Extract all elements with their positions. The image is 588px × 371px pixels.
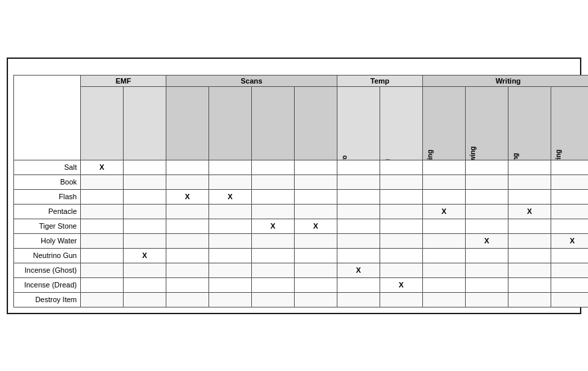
row-label-7: Incense (Ghost) bbox=[14, 263, 81, 277]
row-label-2: Flash bbox=[14, 189, 81, 204]
x-mark: X bbox=[228, 193, 233, 201]
cell-r5-c2 bbox=[166, 233, 209, 248]
cell-r6-c0 bbox=[81, 248, 124, 263]
cell-r8-c10 bbox=[508, 277, 551, 292]
col-header-4: 9P_ 350 bbox=[252, 86, 295, 160]
table-row: SaltX bbox=[14, 160, 589, 174]
table-row: Tiger StoneXX bbox=[14, 219, 589, 233]
col-header-2: 9P_NONE bbox=[166, 86, 209, 160]
cell-r5-c0 bbox=[81, 233, 124, 248]
cell-r2-c0 bbox=[81, 189, 124, 204]
x-mark: X bbox=[484, 237, 489, 245]
cell-r8-c1 bbox=[124, 277, 166, 292]
cell-r4-c1 bbox=[124, 219, 166, 233]
col-label-7: Temp:Neg bbox=[384, 121, 391, 160]
cell-r5-c4 bbox=[252, 233, 295, 248]
row-label-1: Book bbox=[14, 174, 81, 189]
cell-r9-c7 bbox=[380, 292, 423, 307]
col-header-1: EMF 5 bbox=[124, 86, 166, 160]
cell-r6-c7 bbox=[380, 248, 423, 263]
cell-r4-c4: X bbox=[252, 219, 295, 233]
col-label-3: 1N_L120 bbox=[212, 121, 220, 160]
cell-r5-c8 bbox=[423, 233, 466, 248]
cell-r6-c4 bbox=[252, 248, 295, 263]
x-mark: X bbox=[527, 207, 532, 215]
cell-r1-c3 bbox=[209, 174, 252, 189]
cell-r6-c9 bbox=[466, 248, 508, 263]
col-label-0: EMF 3/4 bbox=[84, 121, 92, 160]
table-row: Incense (Dread)X bbox=[14, 277, 589, 292]
cell-r2-c9 bbox=[466, 189, 508, 204]
table-row: PentacleXX bbox=[14, 204, 589, 219]
col-header-0: EMF 3/4 bbox=[81, 86, 124, 160]
table-row: Incense (Ghost)X bbox=[14, 263, 589, 277]
cell-r7-c11 bbox=[551, 263, 589, 277]
table-row: Holy WaterXX bbox=[14, 233, 589, 248]
cell-r8-c8 bbox=[423, 277, 466, 292]
cell-r4-c2 bbox=[166, 219, 209, 233]
cell-r0-c10 bbox=[508, 160, 551, 174]
col-header-5: DX_E950 bbox=[295, 86, 337, 160]
cell-r2-c2: X bbox=[166, 189, 209, 204]
cell-r0-c0: X bbox=[81, 160, 124, 174]
cell-r1-c6 bbox=[337, 174, 380, 189]
cell-r3-c11 bbox=[551, 204, 589, 219]
col-header-7: Temp:Neg bbox=[380, 86, 423, 160]
group-header-scans: Scans bbox=[166, 75, 337, 86]
cell-r0-c8 bbox=[423, 160, 466, 174]
cell-r3-c9 bbox=[466, 204, 508, 219]
chart-title bbox=[13, 64, 575, 75]
col-label-1: EMF 5 bbox=[127, 121, 134, 160]
cell-r1-c8 bbox=[423, 174, 466, 189]
cell-r8-c7: X bbox=[380, 277, 423, 292]
cell-r4-c9 bbox=[466, 219, 508, 233]
cell-r8-c6 bbox=[337, 277, 380, 292]
cell-r5-c6 bbox=[337, 233, 380, 248]
cell-r9-c11 bbox=[551, 292, 589, 307]
reference-table: EMFScansTempWritingAudioGhost TypesEMF 3… bbox=[13, 75, 588, 307]
cell-r6-c2 bbox=[166, 248, 209, 263]
cell-r9-c9 bbox=[466, 292, 508, 307]
col-label-9: Book Drawing bbox=[469, 121, 476, 160]
cell-r6-c3 bbox=[209, 248, 252, 263]
cell-r9-c8 bbox=[423, 292, 466, 307]
cell-r2-c7 bbox=[380, 189, 423, 204]
cell-r6-c10 bbox=[508, 248, 551, 263]
col-label-2: 9P_NONE bbox=[170, 121, 177, 160]
cell-r8-c2 bbox=[166, 277, 209, 292]
cell-r0-c5 bbox=[295, 160, 337, 174]
cell-r1-c0 bbox=[81, 174, 124, 189]
row-label-8: Incense (Dread) bbox=[14, 277, 81, 292]
col-label-8: Book Writing bbox=[426, 121, 434, 160]
cell-r3-c7 bbox=[380, 204, 423, 219]
chart-container: EMFScansTempWritingAudioGhost TypesEMF 3… bbox=[7, 57, 581, 314]
cell-r6-c1: X bbox=[124, 248, 166, 263]
col-header-6: Temp: Zero bbox=[337, 86, 380, 160]
cell-r1-c9 bbox=[466, 174, 508, 189]
table-row: FlashXXX bbox=[14, 189, 589, 204]
cell-r1-c7 bbox=[380, 174, 423, 189]
cell-r7-c7 bbox=[380, 263, 423, 277]
cell-r4-c3 bbox=[209, 219, 252, 233]
table-row: BookXXX bbox=[14, 174, 589, 189]
col-label-5: DX_E950 bbox=[298, 121, 305, 160]
cell-r9-c1 bbox=[124, 292, 166, 307]
x-mark: X bbox=[313, 222, 318, 230]
x-mark: X bbox=[185, 193, 190, 201]
table-row: Destroy ItemXX bbox=[14, 292, 589, 307]
cell-r0-c2 bbox=[166, 160, 209, 174]
cell-r2-c6 bbox=[337, 189, 380, 204]
cell-r8-c0 bbox=[81, 277, 124, 292]
cell-r7-c8 bbox=[423, 263, 466, 277]
cell-r3-c3 bbox=[209, 204, 252, 219]
cell-r3-c1 bbox=[124, 204, 166, 219]
cell-r4-c10 bbox=[508, 219, 551, 233]
col-label-11: Wall Drawing bbox=[555, 121, 562, 160]
cell-r9-c6 bbox=[337, 292, 380, 307]
cell-r7-c0 bbox=[81, 263, 124, 277]
col-label-4: 9P_ 350 bbox=[255, 121, 263, 160]
cell-r3-c2 bbox=[166, 204, 209, 219]
cell-r1-c10 bbox=[508, 174, 551, 189]
cell-r2-c1 bbox=[124, 189, 166, 204]
cell-r5-c10 bbox=[508, 233, 551, 248]
